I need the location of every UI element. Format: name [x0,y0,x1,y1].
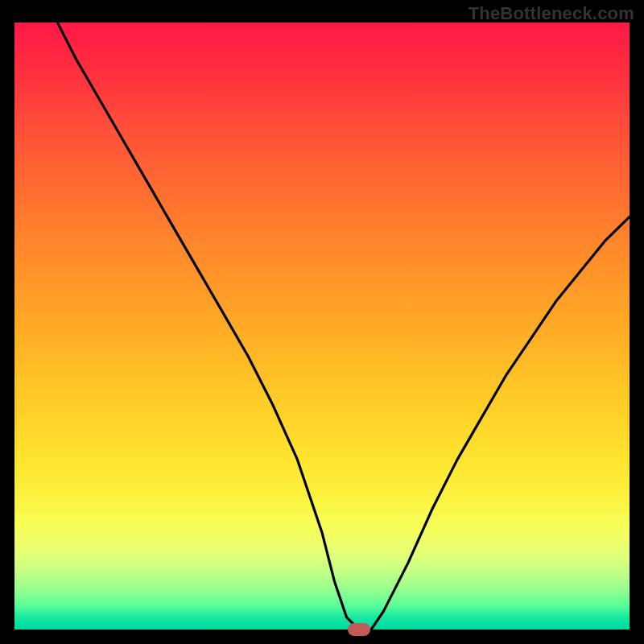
chart-svg [14,23,630,630]
curve-path [58,23,630,630]
chart-frame: TheBottleneck.com [0,0,644,644]
watermark-text: TheBottleneck.com [469,3,634,24]
optimal-point-marker [348,623,370,636]
bottleneck-chart [14,23,630,630]
